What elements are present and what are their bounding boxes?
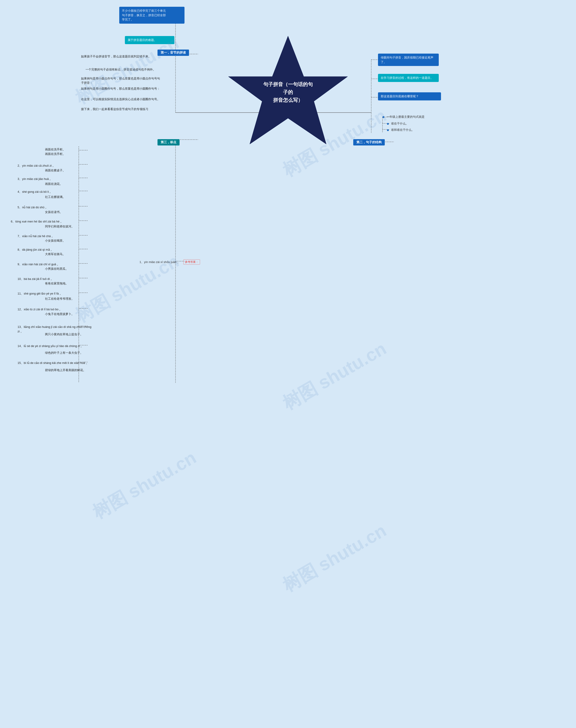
right-box-1: 传眼间句子拼音，国庆假期已经接近尾声了。 — [378, 54, 439, 66]
practice-item-9-pinyin: 9、xiǎo nán hái zài chī xī guā 。 — [18, 262, 60, 266]
page-container: 树图 shutu.cn 树图 shutu.cn 树图 shutu.cn 树图 s… — [0, 0, 576, 728]
practice-item-15-pinyin: 15、bì lǜ de cǎo dì shàng kāi zhe měi lì … — [18, 361, 89, 365]
bullet-dot-3 — [387, 129, 389, 131]
section3-label: 第三，标点 — [157, 139, 179, 145]
watermark-4: 树图 shutu.cn — [278, 336, 391, 416]
answer-badge: 参考答案： — [183, 260, 200, 265]
section1-label: 第一，音节的拼读 — [157, 50, 189, 56]
note-1-6: 接下来，我们一起来看看这份音节成句子的专项练习 — [81, 107, 148, 111]
practice-item-3-pinyin: 3、yín miāo zài jiāo huā 。 — [18, 177, 52, 181]
practice-item-5-answer: 女孩在读书。 — [45, 210, 62, 214]
bullet-dot-2 — [387, 123, 389, 125]
note-1-2: 一个完整的句子必须有标点，拼音道涵成句也不例外。 — [86, 68, 156, 72]
note-1-1: 如果孩子不会拼读音节，那么这道题目就判定错不来。 — [81, 54, 151, 59]
practice-item-14-pinyin: 14、lǜ sè de yè zi shàng yǒu yī tiáo dà c… — [18, 344, 84, 348]
practice-item-11-answer: 社工在给老爷爷理发。 — [45, 297, 74, 301]
bullet-1: 一年级上册最主要的句式就是 — [382, 115, 425, 119]
answer-pinyin: 1、yín miāo zài xī shǒu juàn 。 — [140, 260, 180, 264]
practice-item-9-answer: 小男孩在吃西瓜。 — [45, 267, 68, 271]
practice-item-10-pinyin: 10、bà ba zài jiā lǐ tuō dì 。 — [18, 277, 54, 281]
note-1-3: 如果例句是用小圆点作句号，那么答案也是用小圆点作句号句子拼音： — [81, 77, 162, 85]
star-container: 句子拼音（一句话的句子的 拼音怎么写） — [221, 27, 355, 158]
practice-item-6-answer: 同学们和老师在拔河。 — [45, 224, 74, 228]
practice-item-15-answer: 碧绿的草地上开着美丽的鲜花。 — [45, 368, 86, 372]
practice-item-8-pinyin: 8、dà jiàng jūn zài qí mǎ 。 — [18, 248, 54, 252]
answer-reference: 1、yín miāo zài xī shǒu juàn 。 参考答案： — [140, 260, 200, 265]
practice-item-12-answer: 小兔子在地里拔萝卜。 — [45, 312, 74, 316]
practice-item-12-pinyin: 12、xiǎo tù zi zài dì lǐ bá luó bo 。 — [18, 307, 62, 312]
practice-item-14-answer: 绿色的叶子上有一条大虫子。 — [45, 351, 83, 355]
practice-item-5-pinyin: 5、nǚ hái zài dú shū 。 — [18, 205, 48, 209]
practice-item-13-answer: 两只小黄鸡在草地上捉虫子。 — [45, 332, 83, 336]
top-intro-box: 不少小朋友已经学完了前三个单元 句子拼音，换言之，拼音已经全部 学完了。 — [119, 7, 184, 24]
practice-item-4-pinyin: 4、shé gong zài cā bō li 。 — [18, 190, 52, 194]
practice-item-6-pinyin: 6、tóng xué men hé lǎo shī zài bá hé 。 — [11, 220, 63, 224]
practice-item-3-answer: 画面在浇花。 — [45, 182, 62, 186]
prompt-box: 属于拼音题目的难题。 — [125, 36, 174, 44]
practice-item-2-answer: 画面在擦桌子。 — [45, 168, 65, 172]
right-box-3: 那这道题目到底难在哪里呢？ — [378, 92, 441, 101]
practice-item-2-pinyin: 2、yín miāo zài cā zhuō zi 。 — [18, 164, 55, 168]
practice-item-10-answer: 爸爸在家里拖地。 — [45, 281, 68, 286]
bullet-dot-1 — [382, 116, 384, 118]
practice-item-7-answer: 小女孩在喝茶。 — [45, 239, 65, 243]
practice-item-8-answer: 大将军在骑马。 — [45, 252, 65, 256]
note-1-4: 如果例句是用小圆圈作句号，那么答案也是用小圆圈作句号： — [81, 87, 160, 91]
star-label: 句子拼音（一句话的句子的 拼音怎么写） — [263, 80, 313, 104]
watermark-6: 树图 shutu.cn — [278, 519, 391, 598]
practice-item-11-pinyin: 11、shé gong gěi lǎo yé ye lǐ fà 。 — [18, 292, 62, 296]
watermark-5: 树图 shutu.cn — [88, 446, 201, 525]
bullet-3: 谁和谁在干什么。 — [387, 128, 414, 132]
section2-right-label: 第二，句子的结构 — [353, 139, 385, 145]
practice-item-4-answer: 社工在擦玻璃。 — [45, 195, 65, 199]
practice-item-7-pinyin: 7、xiǎo nǚ hái zài hē chá 。 — [18, 234, 54, 238]
note-1-5: 在这里，可以根据实际情况去选择实心点或者小圆圈作句号。 — [81, 97, 160, 102]
practice-item-0-answer: 画面在洗手柜。 — [45, 152, 65, 156]
practice-item-0-pinyin: 画面在洗手柜。 — [45, 147, 65, 152]
right-box-2: 在学习拼音的过程，有这样的一道题目。 — [378, 74, 439, 82]
bullet-2: 谁在干什么。 — [387, 122, 409, 126]
